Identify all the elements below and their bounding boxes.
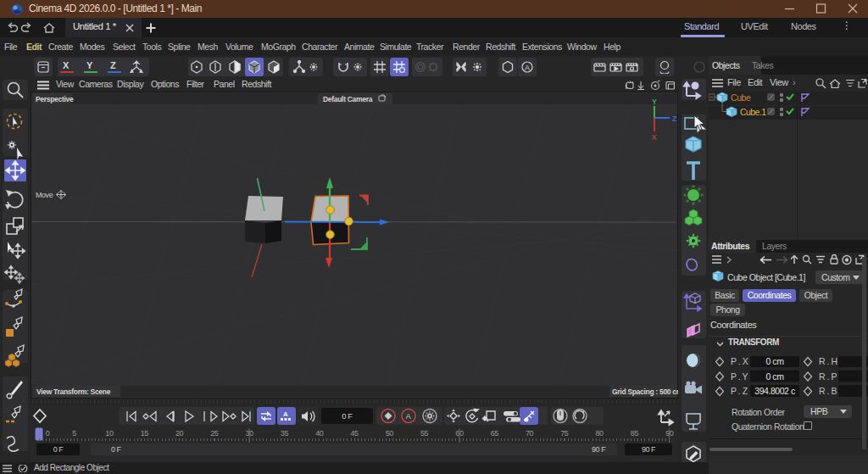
- svg-text:Default Camera: Default Camera: [323, 95, 373, 103]
- svg-text:10: 10: [105, 429, 114, 438]
- svg-text:Grid Spacing : 500 cm: Grid Spacing : 500 cm: [612, 388, 678, 396]
- svg-text:X: X: [652, 133, 657, 142]
- svg-text:80: 80: [596, 429, 604, 438]
- svg-text:0: 0: [46, 429, 50, 438]
- svg-text:5: 5: [72, 429, 76, 438]
- svg-text:Cube.1: Cube.1: [740, 107, 766, 117]
- svg-text:75: 75: [560, 429, 569, 438]
- svg-text:A: A: [525, 64, 530, 72]
- svg-text:Move: Move: [36, 191, 53, 199]
- svg-text:R . H: R . H: [819, 356, 837, 366]
- svg-text:A: A: [406, 411, 412, 421]
- svg-text:25: 25: [210, 429, 219, 438]
- svg-text:A: A: [283, 410, 288, 418]
- svg-text:20: 20: [175, 429, 184, 438]
- svg-text:P . Y: P . Y: [731, 371, 748, 382]
- svg-text:0 cm: 0 cm: [766, 356, 785, 366]
- svg-text:55: 55: [420, 429, 429, 438]
- svg-text:P . Z: P . Z: [731, 386, 748, 396]
- svg-text:35: 35: [281, 429, 289, 438]
- svg-text:70: 70: [526, 429, 534, 438]
- svg-text:394.8002 c: 394.8002 c: [754, 386, 795, 396]
- svg-text:15: 15: [141, 429, 149, 438]
- svg-text:Perspective: Perspective: [36, 95, 74, 103]
- svg-text:R . B: R . B: [819, 386, 837, 396]
- svg-text:40: 40: [315, 429, 324, 438]
- svg-text:R . P: R . P: [819, 371, 837, 382]
- svg-text:P . X: P . X: [731, 356, 748, 366]
- svg-text:Cube: Cube: [731, 92, 751, 103]
- svg-text:View Transform: Scene: View Transform: Scene: [36, 388, 111, 396]
- svg-text:50: 50: [386, 429, 394, 438]
- svg-text:85: 85: [631, 429, 639, 438]
- svg-text:65: 65: [491, 429, 499, 438]
- svg-text:Y: Y: [652, 98, 657, 106]
- svg-text:0 cm: 0 cm: [766, 371, 785, 382]
- svg-text:45: 45: [350, 429, 359, 438]
